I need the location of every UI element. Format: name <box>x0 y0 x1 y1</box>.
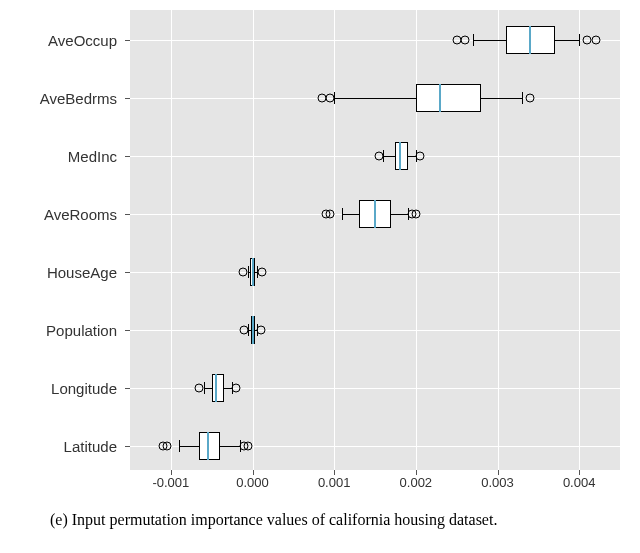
plot-area <box>130 10 620 470</box>
median-line <box>252 316 254 344</box>
outlier-point <box>256 326 265 335</box>
x-axis-labels: -0.0010.0000.0010.0020.0030.004 <box>130 475 620 495</box>
box-row <box>130 315 620 345</box>
outlier-point <box>195 384 204 393</box>
y-tick-label: Latitude <box>64 438 117 455</box>
y-axis-labels: AveOccup AveBedrms MedInc AveRooms House… <box>0 10 125 470</box>
median-line <box>207 432 209 460</box>
outlier-point <box>460 36 469 45</box>
chart-caption: (e) Input permutation importance values … <box>50 510 620 530</box>
y-tick-label: Longitude <box>51 380 117 397</box>
outlier-point <box>591 36 600 45</box>
y-tick-label: Population <box>46 322 117 339</box>
y-tick-label: AveOccup <box>48 32 117 49</box>
box-row <box>130 83 620 113</box>
box <box>395 142 407 170</box>
median-line <box>215 374 217 402</box>
chart-container: AveOccup AveBedrms MedInc AveRooms House… <box>0 0 640 553</box>
outlier-point <box>411 210 420 219</box>
outlier-point <box>526 94 535 103</box>
box-row <box>130 141 620 171</box>
outlier-point <box>415 152 424 161</box>
outlier-point <box>232 384 241 393</box>
box-row <box>130 431 620 461</box>
y-tick-label: AveRooms <box>44 206 117 223</box>
outlier-point <box>326 210 335 219</box>
x-tick-label: 0.000 <box>236 475 269 490</box>
outlier-point <box>238 268 247 277</box>
outlier-point <box>240 326 249 335</box>
y-tick-label: AveBedrms <box>40 90 117 107</box>
box <box>416 84 481 112</box>
x-tick-label: 0.002 <box>400 475 433 490</box>
median-line <box>439 84 441 112</box>
outlier-point <box>326 94 335 103</box>
median-line <box>374 200 376 228</box>
box <box>212 374 224 402</box>
box-row <box>130 25 620 55</box>
outlier-point <box>258 268 267 277</box>
median-line <box>529 26 531 54</box>
y-tick-label: MedInc <box>68 148 117 165</box>
x-tick-label: 0.004 <box>563 475 596 490</box>
median-line <box>399 142 401 170</box>
x-tick-label: 0.003 <box>481 475 514 490</box>
outlier-point <box>244 442 253 451</box>
box-row <box>130 199 620 229</box>
median-line <box>252 258 254 286</box>
x-tick-label: -0.001 <box>152 475 189 490</box>
outlier-point <box>375 152 384 161</box>
box <box>199 432 219 460</box>
box-row <box>130 373 620 403</box>
x-tick-label: 0.001 <box>318 475 351 490</box>
outlier-point <box>162 442 171 451</box>
y-tick-label: HouseAge <box>47 264 117 281</box>
box-row <box>130 257 620 287</box>
